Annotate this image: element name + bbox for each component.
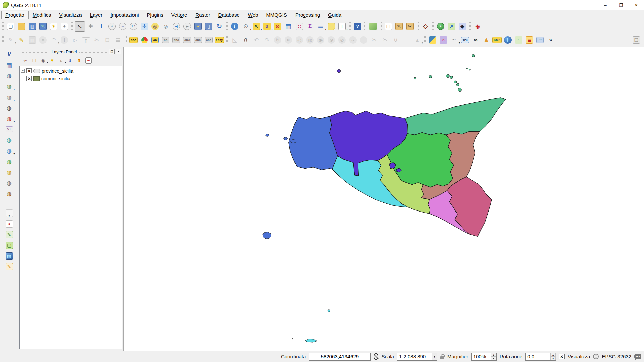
- open-attribute-table-button[interactable]: ▦: [283, 21, 293, 32]
- new-spatialite-layer-button[interactable]: ▢: [4, 240, 14, 250]
- pan-map-tool[interactable]: ✚: [86, 21, 96, 32]
- zoom-to-layer-button[interactable]: ◎: [150, 21, 160, 32]
- touch-zoom-pan-tool[interactable]: ↖: [75, 21, 85, 32]
- province-siracusa[interactable]: [447, 177, 492, 237]
- panel-float-button[interactable]: ❐: [109, 49, 115, 54]
- delete-part-tool[interactable]: ⊘: [337, 35, 347, 45]
- refresh-map-button[interactable]: ↻: [214, 21, 224, 32]
- plugin-geometry-hexagon-button[interactable]: ◇: [420, 21, 430, 32]
- island-filicudi[interactable]: [429, 75, 432, 78]
- run-feature-action-button[interactable]: ⊙: [240, 21, 251, 32]
- zoom-next-button[interactable]: ▸: [182, 21, 192, 32]
- maximize-button[interactable]: ❐: [613, 0, 629, 10]
- snapping-magnet-button[interactable]: ∪: [240, 35, 251, 45]
- new-bookmark-button[interactable]: ✶: [193, 21, 203, 32]
- add-db2-layer-button[interactable]: ◍: [4, 103, 14, 113]
- copy-features-button[interactable]: ❏: [102, 35, 112, 45]
- menu-database[interactable]: Database: [214, 11, 244, 19]
- map-tips-button[interactable]: [326, 21, 336, 32]
- crs-status[interactable]: EPSG:32632: [602, 354, 631, 359]
- layer-labeling-options-button[interactable]: abc: [128, 35, 139, 45]
- menu-plugins[interactable]: Plugins: [143, 11, 167, 19]
- menu-visualizza[interactable]: Visualizza: [55, 11, 86, 19]
- add-group-button[interactable]: ❏: [30, 56, 38, 65]
- add-arcgis-feature-layer-button[interactable]: ◍: [4, 178, 14, 188]
- spinner-arrows[interactable]: ▲▼: [491, 353, 496, 360]
- select-features-tool[interactable]: ↖: [251, 21, 261, 32]
- show-hide-labels-tool[interactable]: abc: [171, 35, 181, 45]
- remove-layer-group-button[interactable]: −: [84, 56, 93, 65]
- add-circular-string-tool[interactable]: ◠: [49, 35, 59, 45]
- toggle-editing-button[interactable]: ✎: [16, 35, 26, 45]
- add-part-tool[interactable]: ◍: [305, 35, 315, 45]
- menu-raster[interactable]: Raster: [191, 11, 214, 19]
- add-postgis-layer-button[interactable]: ◍: [4, 71, 14, 81]
- island-levanzo[interactable]: [284, 137, 288, 140]
- offset-curve-tool[interactable]: ~: [359, 35, 369, 45]
- add-mssql-layer-button[interactable]: ◍: [4, 92, 14, 102]
- scale-combo[interactable]: 1:2.088.890 ▼: [397, 353, 437, 361]
- layer-visibility-checkbox[interactable]: ×: [26, 76, 32, 81]
- plugin-green-plug-button[interactable]: ~: [514, 35, 524, 45]
- move-label-tool[interactable]: abc: [182, 35, 192, 45]
- menu-progetto[interactable]: Progetto: [1, 11, 29, 19]
- layer-item-comuni-sicilia[interactable]: ×comuni_sicilia: [21, 75, 122, 82]
- collapse-all-button[interactable]: ⇑: [75, 56, 84, 65]
- messages-icon[interactable]: •••: [634, 354, 641, 359]
- cut-features-button[interactable]: ✂: [92, 35, 102, 45]
- layer-copy-plugin-button[interactable]: ❏: [631, 35, 641, 45]
- plugin-layer-stack-button[interactable]: ≣: [524, 35, 534, 45]
- lock-icon[interactable]: [440, 356, 444, 359]
- add-ring-tool[interactable]: ◎: [294, 35, 304, 45]
- plugin-metasearch-diamond-button[interactable]: ◆: [457, 21, 467, 32]
- layer-name[interactable]: province_sicilia: [42, 68, 73, 74]
- island-pantelleria[interactable]: [263, 232, 271, 239]
- new-shapefile-layer-button[interactable]: ✎: [4, 230, 14, 240]
- split-features-tool[interactable]: ✂: [369, 35, 379, 45]
- zoom-full-extent-button[interactable]: ✛: [139, 21, 149, 32]
- new-project-button[interactable]: ▢: [6, 21, 16, 32]
- island-lipari-north[interactable]: [450, 76, 453, 79]
- island-salina[interactable]: [446, 74, 449, 78]
- menu-impostazioni[interactable]: Impostazioni: [106, 11, 143, 19]
- province-trapani[interactable]: [289, 116, 338, 170]
- plugin-circle-square-button[interactable]: ○: [438, 35, 448, 45]
- show-bookmarks-button[interactable]: ▯: [204, 21, 214, 32]
- help-contents-button[interactable]: ?: [353, 21, 363, 32]
- plugin-numbered-points-button[interactable]: ¹²³: [535, 35, 545, 45]
- island-linosa[interactable]: [328, 310, 330, 312]
- spin-down-icon[interactable]: ▼: [550, 357, 556, 360]
- split-parts-tool[interactable]: ✂: [380, 35, 390, 45]
- coordinate-input[interactable]: [309, 353, 371, 361]
- rotation-spinner[interactable]: 0,0 ▲▼: [525, 353, 556, 361]
- identify-features-tool[interactable]: i: [230, 21, 240, 32]
- plugin-globe-green-button[interactable]: ▲: [436, 21, 446, 32]
- add-oracle-georaster-button[interactable]: ◍: [4, 189, 14, 199]
- island-favignana[interactable]: [291, 140, 296, 143]
- menu-vettore[interactable]: Vettore: [167, 11, 192, 19]
- add-wfs-layer-button[interactable]: ◍: [4, 157, 14, 167]
- open-layer-styling-button[interactable]: ✑: [21, 56, 29, 65]
- filter-by-expression-button[interactable]: ε: [57, 56, 65, 65]
- crs-globe-icon[interactable]: [593, 354, 599, 359]
- spin-down-icon[interactable]: ▼: [491, 357, 496, 360]
- merge-features-button[interactable]: ∪: [391, 35, 401, 45]
- menu-mmqgis[interactable]: MMQGIS: [262, 11, 291, 19]
- add-feature-tool[interactable]: ✶: [38, 35, 48, 45]
- kml-tools-button[interactable]: KMZ: [492, 35, 502, 45]
- island-vulcano[interactable]: [458, 88, 461, 92]
- change-label-tool[interactable]: abc: [204, 35, 214, 45]
- layer-name[interactable]: comuni_sicilia: [41, 76, 70, 81]
- rotate-point-symbols-tool[interactable]: ▲: [412, 35, 422, 45]
- manage-layer-visibility-button[interactable]: ◉: [39, 56, 47, 65]
- island-ustica[interactable]: [337, 69, 341, 73]
- simplify-feature-tool[interactable]: ≈: [283, 35, 293, 45]
- zoom-in-tool[interactable]: +: [107, 21, 117, 32]
- new-temporary-scratch-layer-button[interactable]: ✎: [4, 262, 14, 272]
- plugin-clipboard-pencil-button[interactable]: ✎: [394, 21, 404, 32]
- spinner-arrows[interactable]: ▲▼: [550, 353, 556, 360]
- island-marettimo[interactable]: [266, 134, 269, 136]
- select-by-expression-button[interactable]: ε: [262, 21, 272, 32]
- merge-feature-attributes-button[interactable]: ≡: [401, 35, 412, 45]
- plugin-osm-arrow-button[interactable]: ↗: [446, 21, 457, 32]
